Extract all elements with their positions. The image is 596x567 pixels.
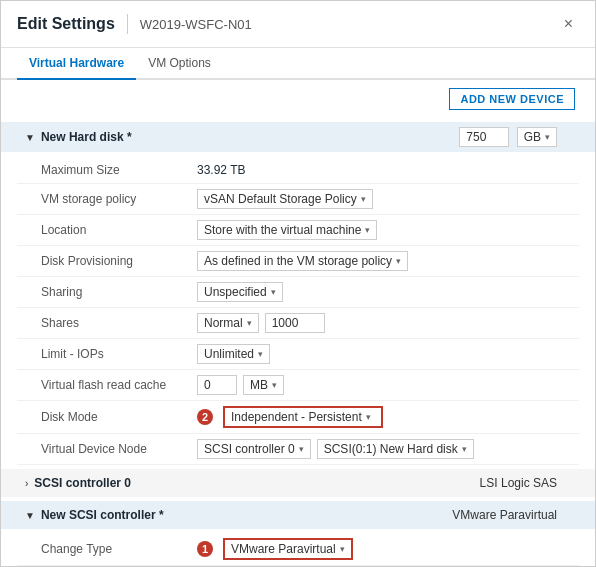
section-toggle-icon: ▼ (25, 132, 35, 143)
shares-select[interactable]: Normal ▾ (197, 313, 259, 333)
modal-subtitle: W2019-WSFC-N01 (140, 17, 252, 32)
scsi-controller-0-title: SCSI controller 0 (34, 476, 479, 490)
shares-value: Normal ▾ (197, 313, 579, 333)
close-button[interactable]: × (558, 13, 579, 35)
disk-provisioning-label: Disk Provisioning (17, 254, 197, 268)
virtual-device-node-label: Virtual Device Node (17, 442, 197, 456)
vm-storage-policy-value: vSAN Default Storage Policy ▾ (197, 189, 579, 209)
scsi-toggle-icon: › (25, 478, 28, 489)
shares-label: Shares (17, 316, 197, 330)
modal-header: Edit Settings W2019-WSFC-N01 × (1, 1, 595, 48)
limit-iops-select[interactable]: Unlimited ▾ (197, 344, 270, 364)
change-type-label: Change Type (17, 542, 197, 556)
hard-disk-size-input[interactable] (459, 127, 509, 147)
scsi-controller-0-value: LSI Logic SAS (480, 476, 557, 490)
header-divider (127, 14, 128, 34)
new-scsi-title: New SCSI controller * (41, 508, 452, 522)
location-select[interactable]: Store with the virtual machine ▾ (197, 220, 377, 240)
vm-storage-policy-select[interactable]: vSAN Default Storage Policy ▾ (197, 189, 373, 209)
settings-content: ▼ New Hard disk * GB ▾ Maximum Size 33.9… (1, 118, 595, 566)
vflash-row: Virtual flash read cache MB ▾ (17, 370, 579, 401)
disk-provisioning-select[interactable]: As defined in the VM storage policy ▾ (197, 251, 408, 271)
new-hard-disk-title: New Hard disk * (41, 130, 459, 144)
vflash-input[interactable] (197, 375, 237, 395)
vflash-unit-select[interactable]: MB ▾ (243, 375, 284, 395)
change-type-value: 1 VMware Paravirtual ▾ (197, 538, 579, 560)
tab-bar: Virtual Hardware VM Options (1, 48, 595, 80)
tab-virtual-hardware[interactable]: Virtual Hardware (17, 48, 136, 80)
change-type-badge: 1 (197, 541, 213, 557)
limit-iops-row: Limit - IOPs Unlimited ▾ (17, 339, 579, 370)
shares-input[interactable] (265, 313, 325, 333)
hard-disk-unit-select[interactable]: GB ▾ (517, 127, 557, 147)
vdev-controller-select[interactable]: SCSI controller 0 ▾ (197, 439, 311, 459)
max-size-label: Maximum Size (17, 163, 197, 177)
new-scsi-section-header[interactable]: ▼ New SCSI controller * VMware Paravirtu… (1, 501, 595, 529)
max-size-row: Maximum Size 33.92 TB (17, 156, 579, 184)
vflash-label: Virtual flash read cache (17, 378, 197, 392)
disk-mode-row: Disk Mode 2 Independent - Persistent ▾ (17, 401, 579, 434)
toolbar: ADD NEW DEVICE (1, 80, 595, 118)
sharing-select[interactable]: Unspecified ▾ (197, 282, 283, 302)
max-size-value: 33.92 TB (197, 163, 579, 177)
edit-settings-modal: Edit Settings W2019-WSFC-N01 × Virtual H… (0, 0, 596, 567)
add-new-device-button[interactable]: ADD NEW DEVICE (449, 88, 575, 110)
limit-iops-label: Limit - IOPs (17, 347, 197, 361)
limit-iops-value: Unlimited ▾ (197, 344, 579, 364)
location-value: Store with the virtual machine ▾ (197, 220, 579, 240)
vflash-value: MB ▾ (197, 375, 579, 395)
vm-storage-policy-row: VM storage policy vSAN Default Storage P… (17, 184, 579, 215)
sharing-row: Sharing Unspecified ▾ (17, 277, 579, 308)
sharing-label: Sharing (17, 285, 197, 299)
new-hard-disk-value: GB ▾ (459, 127, 557, 147)
modal-title: Edit Settings (17, 15, 115, 33)
vm-storage-policy-label: VM storage policy (17, 192, 197, 206)
disk-mode-label: Disk Mode (17, 410, 197, 424)
location-label: Location (17, 223, 197, 237)
new-scsi-toggle-icon: ▼ (25, 510, 35, 521)
change-type-select[interactable]: VMware Paravirtual ▾ (223, 538, 353, 560)
virtual-device-node-row: Virtual Device Node SCSI controller 0 ▾ … (17, 434, 579, 465)
shares-row: Shares Normal ▾ (17, 308, 579, 339)
disk-mode-badge: 2 (197, 409, 213, 425)
disk-mode-value: 2 Independent - Persistent ▾ (197, 406, 579, 428)
disk-provisioning-row: Disk Provisioning As defined in the VM s… (17, 246, 579, 277)
tab-vm-options[interactable]: VM Options (136, 48, 223, 80)
new-scsi-value: VMware Paravirtual (452, 508, 557, 522)
change-type-row: Change Type 1 VMware Paravirtual ▾ (17, 533, 579, 566)
new-hard-disk-section-header[interactable]: ▼ New Hard disk * GB ▾ (1, 122, 595, 152)
vdev-disk-select[interactable]: SCSI(0:1) New Hard disk ▾ (317, 439, 474, 459)
scsi-controller-0-section-header[interactable]: › SCSI controller 0 LSI Logic SAS (1, 469, 595, 497)
virtual-device-node-value: SCSI controller 0 ▾ SCSI(0:1) New Hard d… (197, 439, 579, 459)
disk-provisioning-value: As defined in the VM storage policy ▾ (197, 251, 579, 271)
disk-mode-select[interactable]: Independent - Persistent ▾ (223, 406, 383, 428)
location-row: Location Store with the virtual machine … (17, 215, 579, 246)
sharing-value: Unspecified ▾ (197, 282, 579, 302)
